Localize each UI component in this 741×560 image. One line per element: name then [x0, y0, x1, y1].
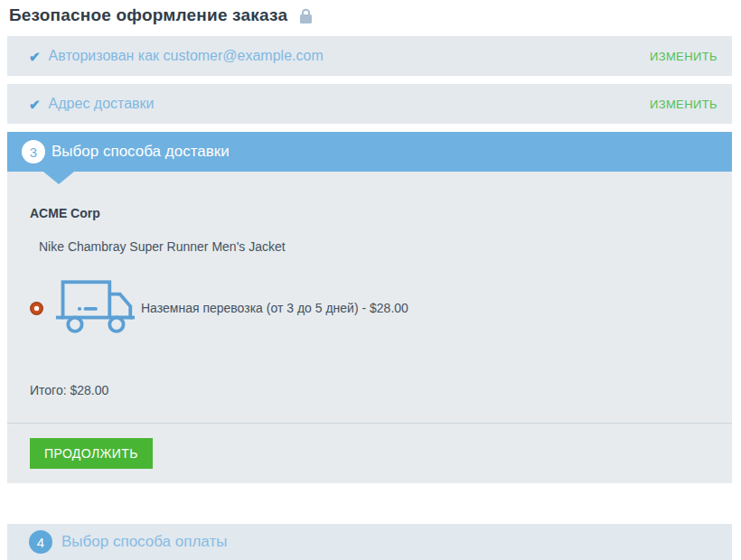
shipping-section-title: Выбор способа доставки — [52, 143, 230, 161]
continue-button[interactable]: ПРОДОЛЖИТЬ — [30, 438, 153, 469]
product-name: Nike Chambray Super Runner Men's Jacket — [39, 239, 709, 254]
check-icon: ✔ — [29, 98, 41, 111]
edit-address-link[interactable]: ИЗМЕНИТЬ — [650, 98, 718, 111]
shipping-section-footer: ПРОДОЛЖИТЬ — [7, 423, 732, 483]
step-address-panel: ✔ Адрес доставки ИЗМЕНИТЬ — [7, 84, 732, 124]
shipping-total: Итого: $28.00 — [30, 383, 709, 397]
payment-section-title: Выбор способа оплаты — [61, 533, 227, 551]
step-number-badge: 4 — [29, 530, 52, 554]
truck-icon — [54, 275, 136, 341]
check-icon: ✔ — [29, 50, 41, 63]
shipping-section-body: ACME Corp Nike Chambray Super Runner Men… — [7, 172, 732, 423]
lock-icon — [299, 7, 313, 24]
step-payment-panel: 4 Выбор способа оплаты — [7, 524, 732, 560]
page-title: Безопасное оформление заказа — [9, 5, 732, 25]
section-pointer — [43, 172, 74, 184]
step-shipping-panel: 3 Выбор способа доставки ACME Corp Nike … — [7, 132, 732, 483]
authorized-label: Авторизован как customer@example.com — [49, 48, 324, 64]
shipping-option-radio[interactable] — [30, 302, 43, 315]
shipping-section-header: 3 Выбор способа доставки — [7, 132, 732, 172]
step-number-badge: 3 — [22, 140, 45, 163]
address-label: Адрес доставки — [49, 96, 155, 112]
edit-authorized-link[interactable]: ИЗМЕНИТЬ — [650, 50, 718, 63]
checkout-page: Безопасное оформление заказа ✔ Авторизов… — [0, 0, 741, 560]
shipping-option-label: Наземная перевозка (от 3 до 5 дней) - $2… — [141, 301, 408, 315]
vendor-name: ACME Corp — [30, 206, 709, 220]
shipping-option-row[interactable]: Наземная перевозка (от 3 до 5 дней) - $2… — [30, 275, 709, 341]
step-authorized-panel: ✔ Авторизован как customer@example.com И… — [7, 36, 732, 76]
page-title-text: Безопасное оформление заказа — [9, 5, 287, 25]
